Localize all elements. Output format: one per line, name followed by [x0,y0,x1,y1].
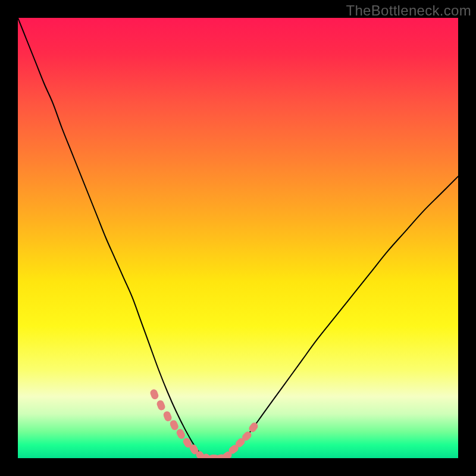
chart-frame: TheBottleneck.com [0,0,476,476]
marker-group-floor [195,450,233,458]
marker-group-left [149,389,200,456]
bottleneck-curve [18,18,458,458]
curve-marker [156,399,166,411]
curve-marker [162,411,173,422]
curve-marker [248,421,259,434]
curve-marker [149,389,159,400]
chart-svg [18,18,458,458]
marker-group-right [227,421,259,455]
curve-marker [169,419,180,431]
watermark-text: TheBottleneck.com [346,2,471,19]
plot-area [18,18,458,458]
